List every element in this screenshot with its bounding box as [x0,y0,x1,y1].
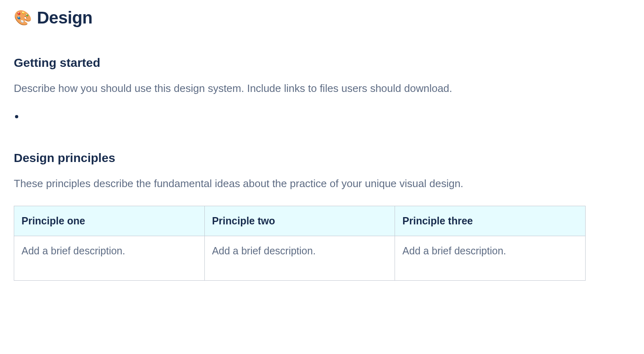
principle-one-header[interactable]: Principle one [14,206,205,236]
design-principles-heading[interactable]: Design principles [14,151,630,165]
design-principles-description[interactable]: These principles describe the fundamenta… [14,176,630,191]
principle-one-cell[interactable]: Add a brief description. [14,236,205,280]
principle-two-cell[interactable]: Add a brief description. [204,236,395,280]
principle-two-header[interactable]: Principle two [204,206,395,236]
principle-three-cell[interactable]: Add a brief description. [395,236,586,280]
palette-icon: 🎨 [14,11,32,25]
getting-started-description[interactable]: Describe how you should use this design … [14,81,630,96]
table-row: Add a brief description. Add a brief des… [14,236,586,280]
page-title-row: 🎨 Design [14,8,630,28]
page-title[interactable]: Design [37,8,92,28]
getting-started-bullets[interactable] [14,110,630,123]
table-header-row: Principle one Principle two Principle th… [14,206,586,236]
principles-table: Principle one Principle two Principle th… [14,206,586,281]
list-item[interactable] [24,110,630,123]
getting-started-heading[interactable]: Getting started [14,56,630,70]
principle-three-header[interactable]: Principle three [395,206,586,236]
